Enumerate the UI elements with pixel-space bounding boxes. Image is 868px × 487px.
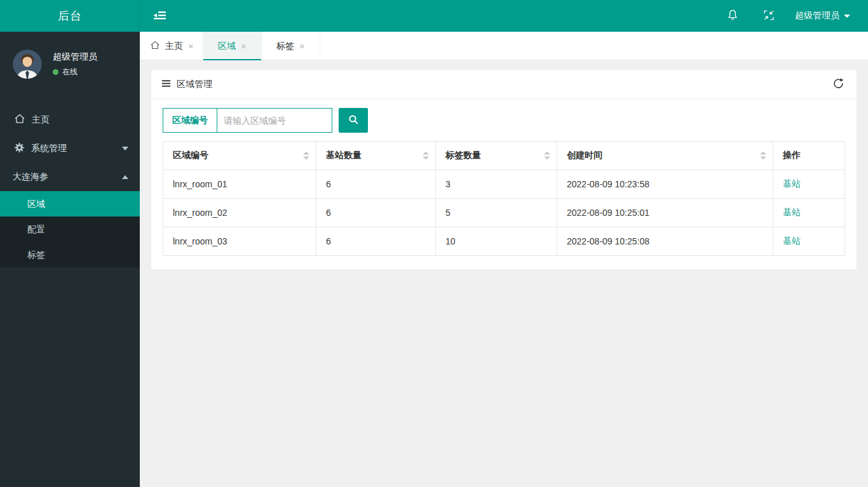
- close-icon[interactable]: ×: [299, 41, 305, 51]
- sidebar-subitem-region[interactable]: 区域: [0, 191, 140, 217]
- search-field-label: 区域编号: [163, 108, 217, 133]
- page-title: 区域管理: [177, 79, 212, 90]
- sort-icon: [423, 152, 429, 160]
- panel-body: 区域编号: [151, 99, 857, 270]
- cell-actions: 基站: [773, 170, 845, 199]
- main-area: 主页 × 区域 × 标签 × 区域管理: [140, 32, 868, 487]
- cell-tag-count: 5: [436, 199, 557, 227]
- column-header-label: 区域编号: [173, 150, 208, 160]
- sidebar-item-system-management[interactable]: 系统管理: [0, 134, 140, 163]
- table-row: lnrx_room_02 6 5 2022-08-09 10:25:01 基站: [163, 199, 845, 227]
- cell-created-time: 2022-08-09 10:25:01: [557, 199, 773, 227]
- table-row: lnrx_room_03 6 10 2022-08-09 10:25:08 基站: [163, 227, 845, 256]
- user-status-label: 在线: [62, 67, 78, 77]
- cell-tag-count: 10: [436, 227, 557, 256]
- cell-region-code: lnrx_room_03: [163, 227, 316, 256]
- panel-header: 区域管理: [151, 70, 857, 99]
- user-dropdown-label: 超级管理员: [795, 10, 839, 22]
- shrink-toggle-icon: [153, 8, 166, 24]
- base-station-link[interactable]: 基站: [783, 207, 801, 217]
- sidebar-user-info: 超级管理员 在线: [53, 51, 97, 77]
- column-header-label: 创建时间: [567, 150, 602, 160]
- cell-created-time: 2022-08-09 10:23:58: [557, 170, 773, 199]
- sidebar-item-label: 系统管理: [31, 143, 67, 154]
- column-header-tag-count[interactable]: 标签数量: [436, 142, 557, 170]
- refresh-icon: [832, 77, 844, 91]
- sidebar-item-label: 大连海参: [13, 171, 48, 183]
- tab-tag[interactable]: 标签 ×: [262, 32, 320, 60]
- user-status: 在线: [53, 67, 97, 77]
- chevron-down-icon: [122, 147, 128, 150]
- list-icon: [161, 78, 172, 91]
- column-header-label: 操作: [783, 150, 801, 160]
- cell-tag-count: 3: [436, 170, 557, 199]
- cell-station-count: 6: [316, 227, 436, 256]
- sort-icon: [544, 152, 550, 160]
- fullscreen-restore-button[interactable]: [759, 0, 778, 32]
- table-header-row: 区域编号 基站数量 标签数量: [163, 142, 845, 170]
- sidebar-subitem-tag[interactable]: 标签: [0, 242, 140, 267]
- cell-region-code: lnrx_room_02: [163, 199, 316, 227]
- table-row: lnrx_room_01 6 3 2022-08-09 10:23:58 基站: [163, 170, 845, 199]
- refresh-button[interactable]: [830, 75, 847, 94]
- column-header-label: 标签数量: [445, 150, 481, 160]
- sidebar-menu: 主页 系统管理 大连海参: [0, 105, 140, 267]
- bell-icon: [726, 9, 739, 23]
- column-header-region-code[interactable]: 区域编号: [163, 142, 316, 170]
- cell-region-code: lnrx_room_01: [163, 170, 316, 199]
- column-header-label: 基站数量: [326, 150, 362, 160]
- close-icon[interactable]: ×: [188, 41, 194, 51]
- region-code-input[interactable]: [217, 108, 332, 133]
- sidebar-item-label: 主页: [32, 114, 50, 126]
- chevron-up-icon: [122, 175, 128, 179]
- cell-actions: 基站: [773, 227, 845, 256]
- sort-icon: [760, 152, 766, 160]
- column-header-station-count[interactable]: 基站数量: [316, 142, 436, 170]
- base-station-link[interactable]: 基站: [783, 236, 801, 246]
- chevron-down-icon: [844, 15, 850, 18]
- column-header-created-time[interactable]: 创建时间: [557, 142, 773, 170]
- home-icon: [150, 40, 160, 52]
- region-management-panel: 区域管理 区域编号: [151, 70, 857, 270]
- sidebar-submenu: 区域 配置 标签: [0, 191, 140, 267]
- top-header: 后台: [0, 0, 868, 32]
- sidebar-toggle-button[interactable]: [149, 0, 170, 32]
- brand-logo[interactable]: 后台: [0, 0, 140, 32]
- user-dropdown[interactable]: 超级管理员: [795, 0, 850, 32]
- home-icon: [14, 113, 25, 126]
- cell-created-time: 2022-08-09 10:25:08: [557, 227, 773, 256]
- sidebar: 超级管理员 在线 主页: [0, 32, 140, 487]
- cell-actions: 基站: [773, 199, 845, 227]
- page-content: 区域管理 区域编号: [140, 60, 868, 279]
- cell-station-count: 6: [316, 199, 436, 227]
- tab-home[interactable]: 主页 ×: [141, 32, 203, 60]
- sidebar-subitem-config[interactable]: 配置: [0, 217, 140, 242]
- search-icon: [348, 114, 359, 127]
- tab-label: 标签: [276, 41, 294, 52]
- search-row: 区域编号: [163, 108, 845, 133]
- sidebar-item-dalian-haishen[interactable]: 大连海参: [0, 163, 140, 191]
- close-icon[interactable]: ×: [241, 41, 247, 51]
- search-button[interactable]: [339, 108, 368, 133]
- notifications-button[interactable]: [722, 0, 743, 32]
- column-header-actions: 操作: [773, 142, 845, 170]
- tab-region[interactable]: 区域 ×: [203, 32, 262, 60]
- sort-icon: [303, 152, 309, 160]
- avatar: [13, 50, 42, 79]
- cell-station-count: 6: [316, 170, 436, 199]
- header-main: 超级管理员: [140, 0, 868, 32]
- screen-restore-icon: [763, 10, 775, 23]
- user-name: 超级管理员: [53, 51, 97, 63]
- online-status-icon: [53, 69, 58, 75]
- sidebar-user-panel: 超级管理员 在线: [0, 32, 140, 93]
- tab-label: 区域: [218, 41, 236, 52]
- tab-bar: 主页 × 区域 × 标签 ×: [140, 32, 868, 60]
- region-table: 区域编号 基站数量 标签数量: [163, 141, 845, 256]
- sidebar-item-home[interactable]: 主页: [0, 105, 140, 134]
- header-actions: 超级管理员: [722, 0, 868, 32]
- gear-icon: [14, 142, 25, 155]
- base-station-link[interactable]: 基站: [783, 178, 801, 189]
- tab-label: 主页: [165, 41, 183, 52]
